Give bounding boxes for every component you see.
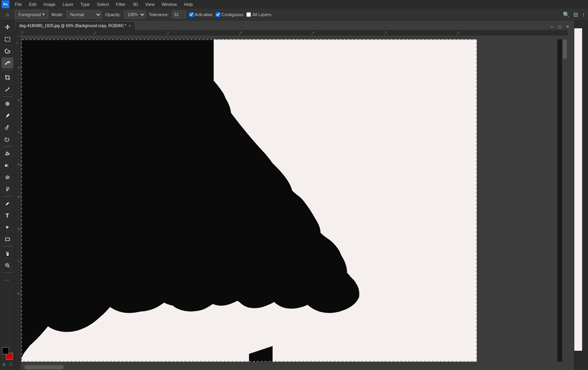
menu-help[interactable]: Help <box>181 1 196 7</box>
svg-text:3: 3 <box>17 131 20 133</box>
extra-tools-row: ⊙ □ <box>0 361 15 368</box>
mode-select[interactable]: Normal Dissolve Multiply Screen Overlay <box>66 11 102 18</box>
foreground-label: Foreground <box>18 12 41 17</box>
dodge-tool[interactable] <box>2 184 13 195</box>
contiguous-group: Contiguous <box>216 12 244 17</box>
gradient-tool[interactable] <box>2 160 13 171</box>
document-area: dog-4180480_1920.jpg @ 60% (Background c… <box>15 20 574 370</box>
all-layers-label: All Layers <box>252 12 271 17</box>
tolerance-input[interactable]: 32 <box>172 11 186 18</box>
tool-separator-4 <box>3 196 12 197</box>
vertical-scroll-thumb[interactable] <box>563 39 567 59</box>
pen-tool[interactable] <box>2 198 13 209</box>
right-panel <box>574 20 588 370</box>
rectangle-select-tool[interactable] <box>2 34 13 45</box>
hand-tool[interactable] <box>2 248 13 259</box>
share-button[interactable]: ↑ <box>582 11 585 18</box>
canvas-image <box>21 39 477 362</box>
canvas-scroll-area[interactable] <box>21 36 568 370</box>
type-tool[interactable]: T <box>2 210 13 221</box>
horizontal-scrollbar[interactable] <box>21 364 562 370</box>
path-select-tool[interactable] <box>2 222 13 233</box>
menu-type[interactable]: Type <box>77 1 93 7</box>
eyedropper-tool[interactable] <box>2 84 13 95</box>
svg-text:5: 5 <box>385 31 387 34</box>
canvas-inner <box>21 36 568 370</box>
zoom-tool[interactable] <box>2 260 13 271</box>
opacity-label: Opacity: <box>105 12 121 17</box>
svg-text:6: 6 <box>17 228 20 230</box>
clone-stamp-tool[interactable] <box>2 122 13 133</box>
foreground-preset-button[interactable]: Foreground ▾ <box>15 10 48 19</box>
svg-text:4: 4 <box>313 31 314 34</box>
magic-wand-tool[interactable] <box>2 57 13 68</box>
mode-label: Mode: <box>51 12 64 17</box>
all-layers-group: All Layers <box>246 12 271 17</box>
vertical-scrollbar[interactable] <box>562 36 568 370</box>
search-button[interactable]: 🔍 <box>563 11 570 18</box>
svg-text:3: 3 <box>240 31 242 34</box>
contiguous-checkbox[interactable] <box>216 12 220 17</box>
type-icon: T <box>5 212 9 219</box>
eraser-tool[interactable] <box>2 148 13 159</box>
more-tools-button[interactable]: ··· <box>2 274 13 285</box>
document-tab[interactable]: dog-4180480_1920.jpg @ 60% (Background c… <box>15 21 135 30</box>
spot-heal-tool[interactable] <box>2 98 13 109</box>
lasso-tool[interactable] <box>2 46 13 57</box>
horizontal-scroll-thumb[interactable] <box>24 365 64 369</box>
crop-tool[interactable] <box>2 72 13 83</box>
canvas-content <box>21 39 477 362</box>
menu-layer[interactable]: Layer <box>59 1 77 7</box>
document-tab-close[interactable]: × <box>128 24 131 28</box>
anti-alias-group: Anti-alias <box>189 12 212 17</box>
move-tool[interactable] <box>2 22 13 33</box>
tool-separator-1 <box>3 70 12 70</box>
document-window-controls: – □ × <box>549 24 574 30</box>
anti-alias-label: Anti-alias <box>195 12 212 17</box>
document-tab-bar: dog-4180480_1920.jpg @ 60% (Background c… <box>15 20 574 30</box>
menu-edit[interactable]: Edit <box>26 1 40 7</box>
arrange-button[interactable]: ⊟ <box>573 11 578 18</box>
svg-text:2: 2 <box>17 99 20 101</box>
screen-mode-button[interactable]: □ <box>8 361 14 368</box>
ruler-left: 0 1 2 3 4 5 6 7 8 <box>15 36 21 370</box>
home-button[interactable]: ⌂ <box>3 10 12 19</box>
quick-mask-button[interactable]: ⊙ <box>1 361 7 368</box>
color-swatches[interactable] <box>0 346 15 361</box>
menu-view[interactable]: View <box>142 1 158 7</box>
brush-tool[interactable] <box>2 110 13 121</box>
svg-point-6 <box>7 187 9 190</box>
more-icon: ··· <box>5 278 9 282</box>
close-button[interactable]: × <box>564 24 571 30</box>
svg-rect-3 <box>5 164 10 167</box>
foreground-color-swatch[interactable] <box>2 347 9 354</box>
anti-alias-checkbox[interactable] <box>189 12 194 17</box>
blur-tool[interactable] <box>2 172 13 183</box>
menu-filter[interactable]: Filter <box>113 1 128 7</box>
menu-file[interactable]: File <box>12 1 25 7</box>
menu-window[interactable]: Window <box>158 1 180 7</box>
svg-point-5 <box>7 177 8 178</box>
minimize-button[interactable]: – <box>549 24 555 30</box>
opacity-select[interactable]: 100% <box>124 11 146 18</box>
menu-image[interactable]: Image <box>40 1 59 7</box>
svg-text:1: 1 <box>17 67 20 68</box>
svg-text:4: 4 <box>17 164 20 165</box>
svg-text:8: 8 <box>17 293 20 294</box>
svg-text:1: 1 <box>95 31 96 34</box>
history-brush-tool[interactable] <box>2 134 13 145</box>
svg-point-2 <box>5 127 8 129</box>
ruler-corner <box>15 30 21 36</box>
tool-separator-3 <box>3 146 12 147</box>
menu-bar: Ps File Edit Image Layer Type Select Fil… <box>0 0 588 9</box>
menu-3d[interactable]: 3D <box>130 1 141 7</box>
tool-separator-2 <box>3 96 12 97</box>
shape-tool[interactable] <box>2 234 13 245</box>
maximize-button[interactable]: □ <box>557 24 563 30</box>
svg-text:0: 0 <box>16 42 18 44</box>
color-area: ⊙ □ <box>0 346 15 368</box>
all-layers-checkbox[interactable] <box>246 12 251 17</box>
svg-rect-7 <box>5 238 9 241</box>
menu-select[interactable]: Select <box>94 1 112 7</box>
svg-text:0: 0 <box>22 31 24 34</box>
